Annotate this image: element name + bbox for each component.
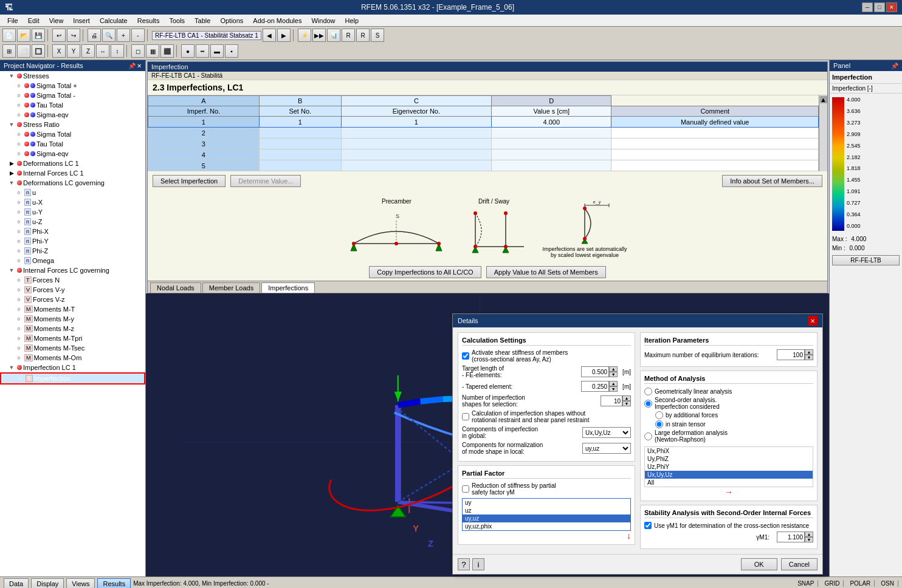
radio-large-deform[interactable]: Large deformation analysis(Newton-Raphso… bbox=[644, 429, 813, 443]
tb-iso[interactable]: 🔲 bbox=[32, 44, 45, 58]
info-members-btn[interactable]: Info about Set of Members... bbox=[722, 175, 822, 187]
menu-insert[interactable]: Insert bbox=[68, 16, 95, 26]
copy-imperf-btn[interactable]: Copy Imperfections to All LC/CO bbox=[369, 266, 481, 278]
iter-spin-dn[interactable]: ▼ bbox=[805, 355, 813, 360]
tb-zrot[interactable]: Z bbox=[81, 44, 95, 58]
tb-calc3[interactable]: 📊 bbox=[327, 29, 340, 42]
tree-item-sigma-eqv-2[interactable]: ○ Sigma-eqv bbox=[0, 149, 145, 159]
tree-item-ux[interactable]: ○nu-X bbox=[0, 197, 145, 207]
tb-disp1[interactable]: ◻ bbox=[131, 44, 145, 58]
tree-item-imperfection[interactable]: ○ T Imperfection bbox=[0, 372, 145, 385]
tree-group-internal-lc1[interactable]: ▶ Internal Forces LC 1 bbox=[0, 168, 145, 178]
panel-pin[interactable]: 📌 bbox=[128, 63, 136, 69]
tree-item-sigma-eqv-1[interactable]: ○ Sigma-eqv bbox=[0, 110, 145, 120]
checkbox-shear-stiffness[interactable] bbox=[462, 352, 469, 360]
tb-member[interactable]: ━ bbox=[196, 44, 209, 58]
tb-view1[interactable]: ⊞ bbox=[2, 44, 16, 58]
fe-spin-dn[interactable]: ▼ bbox=[609, 372, 618, 377]
tb-undo[interactable]: ↩ bbox=[52, 29, 66, 42]
gamma-spin-up[interactable]: ▲ bbox=[805, 532, 813, 537]
tree-group-deformations-lc1[interactable]: ▶ Deformations LC 1 bbox=[0, 159, 145, 168]
radio-linear-input[interactable] bbox=[644, 388, 652, 395]
tb-r2[interactable]: R bbox=[356, 29, 370, 42]
tab-nodal-loads[interactable]: Nodal Loads bbox=[150, 282, 201, 293]
tree-group-deformations-gov[interactable]: ▼ Deformations LC governing bbox=[0, 178, 145, 188]
tree-item-omega[interactable]: ○nOmega bbox=[0, 256, 145, 265]
tab-imperfections[interactable]: Imperfections bbox=[261, 282, 315, 293]
tree-item-phiz[interactable]: ○nPhi-Z bbox=[0, 246, 145, 256]
menu-calculate[interactable]: Calculate bbox=[95, 16, 133, 26]
radio-second-order[interactable]: Second-order analysis.Imperfection consi… bbox=[644, 397, 813, 410]
table-row-4[interactable]: 4 bbox=[148, 149, 819, 160]
select-components-local[interactable]: uy,uz uy uz bbox=[582, 443, 631, 454]
pf-item-uy[interactable]: uy bbox=[463, 499, 630, 507]
details-close-btn[interactable]: ✕ bbox=[808, 316, 818, 326]
menu-table[interactable]: Table bbox=[190, 16, 215, 26]
fe-spin-up[interactable]: ▲ bbox=[609, 366, 618, 372]
radio-linear[interactable]: Geometrically linear analysis bbox=[644, 388, 813, 395]
menu-window[interactable]: Window bbox=[306, 16, 340, 26]
checkbox-no-restraint[interactable] bbox=[462, 413, 469, 420]
tree-item-uy[interactable]: ○nu-Y bbox=[0, 207, 145, 217]
table-row-1[interactable]: 1 1 1 4.000 Manually defined value bbox=[148, 117, 819, 128]
tb-prev[interactable]: ◀ bbox=[263, 29, 276, 42]
tb-r1[interactable]: R bbox=[342, 29, 355, 42]
panel-close[interactable]: ✕ bbox=[137, 63, 142, 69]
tapered-spin-dn[interactable]: ▼ bbox=[609, 386, 618, 392]
apply-value-btn[interactable]: Apply Value to All Sets of Members bbox=[486, 266, 606, 278]
tree-item-tau-total-2[interactable]: ○ Tau Total bbox=[0, 139, 145, 149]
radio-strain-tensor[interactable]: in strain tensor bbox=[644, 420, 813, 428]
details-cancel-btn[interactable]: Cancel bbox=[781, 558, 818, 570]
tb-yrot[interactable]: Y bbox=[67, 44, 80, 58]
tb-zoom[interactable]: 🔍 bbox=[102, 29, 115, 42]
tree-item-forces-vz[interactable]: ○VForces V-z bbox=[0, 295, 145, 304]
gamma-m1-input[interactable] bbox=[777, 532, 805, 542]
tb-calc1[interactable]: ⚡ bbox=[298, 29, 311, 42]
tree-item-moments-mz[interactable]: ○MMoments M-z bbox=[0, 324, 145, 333]
fe-value-input[interactable] bbox=[581, 366, 609, 377]
tb-rot2[interactable]: ↕ bbox=[111, 44, 124, 58]
tree-item-moments-mtpri[interactable]: ○MMoments M-Tpri bbox=[0, 333, 145, 343]
tree-item-sigma-total-2[interactable]: ○ Sigma Total bbox=[0, 129, 145, 139]
tb-print[interactable]: 🖨 bbox=[88, 29, 101, 42]
table-scrollbar[interactable]: ▲ bbox=[819, 95, 827, 171]
details-ok-btn[interactable]: OK bbox=[741, 558, 777, 570]
tree-item-tau-total-1[interactable]: ○ Tau Total bbox=[0, 100, 145, 110]
pf-item-uz[interactable]: uz bbox=[463, 507, 630, 514]
tb-disp2[interactable]: ▦ bbox=[146, 44, 159, 58]
tb-solid[interactable]: ▪ bbox=[225, 44, 238, 58]
tree-item-sigma-total-minus[interactable]: ○ Sigma Total - bbox=[0, 91, 145, 100]
radio-second-order-input[interactable] bbox=[644, 400, 652, 408]
tb-r3[interactable]: S bbox=[371, 29, 384, 42]
tree-item-uz[interactable]: ○nu-Z bbox=[0, 217, 145, 227]
shapes-value-input[interactable] bbox=[601, 395, 622, 406]
tree-group-stresses[interactable]: ▼ Stresses bbox=[0, 71, 145, 81]
tree-item-moments-my[interactable]: ○MMoments M-y bbox=[0, 314, 145, 324]
menu-file[interactable]: File bbox=[2, 16, 23, 26]
table-row-5[interactable]: 5 bbox=[148, 160, 819, 171]
rf-label-btn[interactable]: RF-FE-LTB bbox=[832, 255, 900, 265]
tree-item-phiy[interactable]: ○nPhi-Y bbox=[0, 236, 145, 246]
tb-zoomin[interactable]: + bbox=[117, 29, 130, 42]
radio-strain-tensor-input[interactable] bbox=[655, 420, 663, 428]
max-iter-input[interactable] bbox=[777, 349, 805, 360]
panel-pin-right[interactable]: 📌 bbox=[891, 62, 898, 69]
tb-calc2[interactable]: ▶▶ bbox=[312, 29, 326, 42]
details-info-icon[interactable]: i bbox=[472, 558, 484, 570]
tree-group-internal-gov[interactable]: ▼ Internal Forces LC governing bbox=[0, 265, 145, 275]
tb-rot1[interactable]: ↔ bbox=[96, 44, 109, 58]
tb-surf[interactable]: ▬ bbox=[210, 44, 224, 58]
menu-addon[interactable]: Add-on Modules bbox=[248, 16, 306, 26]
tb-next[interactable]: ▶ bbox=[277, 29, 291, 42]
ml-item-uxuyuz[interactable]: Ux,Uy,Uz bbox=[645, 471, 813, 479]
checkbox-gamma-m1[interactable] bbox=[644, 522, 652, 529]
menu-edit[interactable]: Edit bbox=[23, 16, 44, 26]
shapes-spin-dn[interactable]: ▼ bbox=[622, 401, 631, 406]
select-imperfection-btn[interactable]: Select Imperfection bbox=[153, 175, 226, 187]
tree-item-moments-mom[interactable]: ○MMoments M-Om bbox=[0, 353, 145, 363]
tb-node[interactable]: ● bbox=[181, 44, 195, 58]
method-listbox[interactable]: Ux,PhiX Uy,PhiZ Uz,PhiY Ux,Uy,Uz All bbox=[644, 446, 813, 487]
tree-area[interactable]: ▼ Stresses ○ Sigma Total + ○ Sigma Total… bbox=[0, 71, 145, 576]
ml-item-all[interactable]: All bbox=[645, 479, 813, 487]
status-display-btn[interactable]: Display bbox=[31, 578, 64, 589]
